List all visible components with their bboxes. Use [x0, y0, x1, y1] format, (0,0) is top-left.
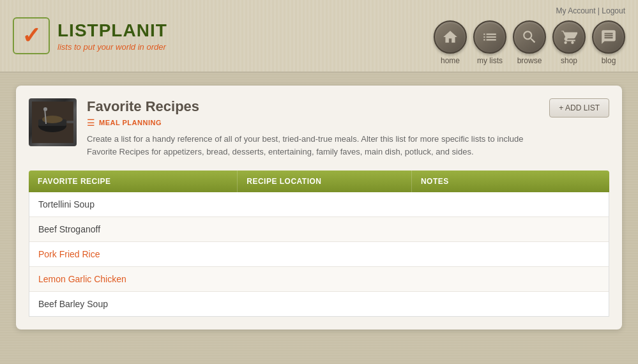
logo-tagline: lists to put your world in order: [57, 42, 167, 52]
logo-area: ✓ LISTPLANIT lists to put your world in …: [13, 17, 167, 54]
svg-point-6: [43, 107, 47, 111]
browse-icon: [521, 29, 538, 45]
recipe-name-cell: Lemon Garlic Chicken: [29, 267, 238, 291]
table-row: Beef Barley Soup: [29, 292, 609, 316]
blog-icon-circle: [592, 20, 625, 54]
recipe-image-inner: [29, 98, 77, 146]
th-notes: NOTES: [412, 171, 609, 192]
recipe-notes-cell: [412, 292, 609, 316]
svg-rect-3: [66, 121, 73, 123]
recipe-name-cell: Pork Fried Rice: [29, 242, 238, 266]
table-header: FAVORITE RECIPE RECIPE LOCATION NOTES: [29, 171, 609, 192]
th-favorite-recipe: FAVORITE RECIPE: [29, 171, 238, 192]
recipe-notes-cell: [412, 192, 609, 216]
account-links: My Account | Logout: [556, 6, 625, 15]
recipe-location-cell: [238, 192, 412, 216]
nav-area: My Account | Logout home: [434, 6, 625, 65]
recipe-notes-cell: [412, 267, 609, 291]
food-image-svg: [32, 102, 73, 143]
recipe-header: Favorite Recipes ☰ MEAL PLANNING Create …: [29, 98, 609, 158]
nav-home[interactable]: home: [434, 20, 467, 65]
recipe-location-cell: [238, 292, 412, 316]
recipe-title: Favorite Recipes: [87, 98, 539, 115]
recipe-image: [29, 98, 77, 146]
recipe-name-cell: Tortellini Soup: [29, 192, 238, 216]
nav-my-lists[interactable]: my lists: [473, 20, 506, 65]
table-row: Tortellini Soup: [29, 192, 609, 217]
list-icon: [482, 29, 498, 45]
shop-icon: [561, 29, 577, 45]
nav-blog-label: blog: [602, 56, 616, 65]
nav-my-lists-label: my lists: [477, 56, 503, 65]
logo-list: LIST: [57, 20, 99, 40]
recipe-info: Favorite Recipes ☰ MEAL PLANNING Create …: [87, 98, 539, 158]
browse-icon-circle: [513, 20, 546, 54]
recipe-name-cell: Beef Barley Soup: [29, 292, 238, 316]
recipe-table: FAVORITE RECIPE RECIPE LOCATION NOTES To…: [29, 171, 609, 317]
logo-planit: PLANIT: [99, 20, 167, 40]
nav-icons: home my lists browse: [434, 20, 625, 65]
table-row: Lemon Garlic Chicken: [29, 267, 609, 292]
recipe-name-cell: Beef Stroganoff: [29, 217, 238, 241]
recipe-notes-cell: [412, 242, 609, 266]
table-body: Tortellini Soup Beef Stroganoff Pork Fri…: [29, 192, 609, 317]
recipe-location-cell: [238, 217, 412, 241]
add-list-button[interactable]: + ADD LIST: [549, 98, 609, 118]
blog-icon: [600, 29, 617, 45]
shop-icon-circle: [552, 20, 586, 54]
logo-box: ✓: [13, 17, 50, 54]
recipe-notes-cell: [412, 217, 609, 241]
category-label: MEAL PLANNING: [99, 119, 162, 126]
nav-blog[interactable]: blog: [592, 20, 625, 65]
nav-shop[interactable]: shop: [552, 20, 586, 65]
my-account-link[interactable]: My Account: [556, 6, 595, 15]
main-card: Favorite Recipes ☰ MEAL PLANNING Create …: [16, 86, 622, 330]
my-lists-icon-circle: [473, 20, 506, 54]
table-row: Pork Fried Rice: [29, 242, 609, 267]
recipe-location-cell: [238, 242, 412, 266]
category-badge: ☰ MEAL PLANNING: [87, 118, 539, 128]
add-list-area: + ADD LIST: [549, 98, 609, 118]
home-icon-circle: [434, 20, 467, 54]
nav-browse[interactable]: browse: [513, 20, 546, 65]
logo-text: LISTPLANIT lists to put your world in or…: [57, 20, 167, 52]
logo-title: LISTPLANIT: [57, 20, 167, 41]
logout-link[interactable]: Logout: [602, 6, 625, 15]
checkmark-icon: ✓: [22, 24, 41, 47]
home-icon: [442, 29, 459, 45]
recipe-location-cell: [238, 267, 412, 291]
header: ✓ LISTPLANIT lists to put your world in …: [0, 0, 638, 73]
nav-home-label: home: [441, 56, 460, 65]
content-wrapper: Favorite Recipes ☰ MEAL PLANNING Create …: [0, 73, 638, 342]
table-row: Beef Stroganoff: [29, 217, 609, 242]
recipe-description: Create a list for a handy reference of a…: [87, 133, 539, 158]
nav-browse-label: browse: [517, 56, 542, 65]
category-icon: ☰: [87, 118, 95, 128]
nav-shop-label: shop: [561, 56, 577, 65]
th-recipe-location: RECIPE LOCATION: [238, 171, 412, 192]
